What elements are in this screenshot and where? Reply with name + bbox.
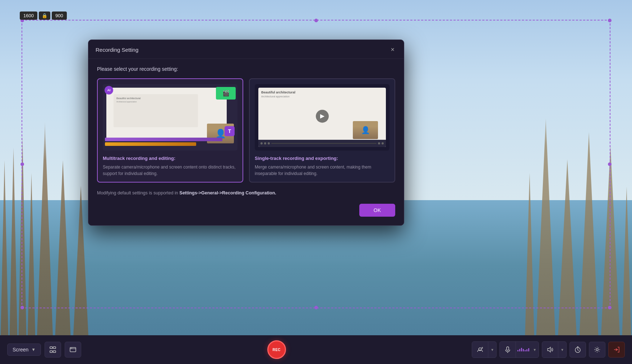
fullscreen-button[interactable] bbox=[45, 342, 61, 358]
modal-note: Modifying default settings is supported … bbox=[97, 190, 395, 197]
modal-header: Recording Setting × bbox=[88, 40, 404, 59]
progress-bar bbox=[271, 143, 377, 144]
mic-dropdown-arrow[interactable]: ▼ bbox=[531, 345, 539, 355]
svg-line-17 bbox=[578, 350, 579, 351]
svg-rect-2 bbox=[50, 351, 52, 353]
svg-rect-1 bbox=[53, 347, 56, 349]
toolbar-left: Screen ▼ bbox=[7, 342, 81, 358]
ai-badge: AI bbox=[105, 86, 113, 95]
modal-title: Recording Setting bbox=[96, 47, 138, 53]
merged-text-main: Beautiful architectural bbox=[261, 91, 383, 94]
mic-bar-3 bbox=[521, 348, 522, 351]
screen-label: Screen bbox=[13, 347, 28, 353]
handle-bottom-mid[interactable] bbox=[314, 306, 318, 309]
modal-footer: OK bbox=[97, 204, 395, 217]
ok-button[interactable]: OK bbox=[359, 204, 395, 217]
speaker-button[interactable] bbox=[542, 342, 558, 358]
merged-cam: 👤 bbox=[353, 121, 378, 139]
timer-button[interactable] bbox=[569, 342, 586, 358]
ctrl-dot-4 bbox=[378, 142, 380, 144]
screen-dropdown[interactable]: Screen ▼ bbox=[7, 344, 41, 356]
mic-bar-5 bbox=[525, 350, 526, 351]
svg-marker-14 bbox=[548, 347, 550, 352]
window-button[interactable] bbox=[65, 342, 81, 358]
handle-mid-right[interactable] bbox=[608, 162, 612, 166]
webcam-button[interactable] bbox=[472, 342, 488, 358]
multitrack-desc: Separate camera/microphone and screen co… bbox=[103, 164, 237, 177]
text-icon: T bbox=[225, 126, 235, 136]
svg-rect-3 bbox=[53, 351, 56, 353]
screen-content: Beautiful architectural Architectural ap… bbox=[114, 94, 198, 127]
height-value: 900 bbox=[52, 11, 67, 20]
speaker-group: ▼ bbox=[542, 341, 567, 358]
recording-options: Beautiful architectural Architectural ap… bbox=[97, 78, 395, 183]
svg-point-20 bbox=[596, 349, 598, 351]
singletrack-desc: Merge camera/microphone and screen conte… bbox=[255, 164, 389, 177]
webcam-group: ▼ bbox=[472, 341, 497, 358]
ctrl-dot-3 bbox=[268, 142, 270, 144]
preview-text-main: Beautiful architectural bbox=[116, 97, 195, 100]
toolbar-center: REC bbox=[267, 340, 286, 359]
singletrack-title: Single-track recording and exporting: bbox=[255, 156, 389, 161]
modal-body: Please select your recording setting: Be… bbox=[88, 59, 404, 225]
width-value: 1600 bbox=[20, 11, 37, 20]
close-button[interactable]: × bbox=[388, 46, 397, 54]
speaker-dropdown-arrow[interactable]: ▼ bbox=[558, 345, 566, 355]
mic-bar-6 bbox=[526, 349, 527, 351]
record-button[interactable]: REC bbox=[267, 340, 286, 359]
mic-bar-4 bbox=[523, 349, 524, 351]
multitrack-option[interactable]: Beautiful architectural Architectural ap… bbox=[97, 78, 243, 183]
merged-text-sub: Architectural appreciation bbox=[261, 95, 383, 98]
controls-bar bbox=[258, 140, 386, 147]
handle-bottom-left[interactable] bbox=[20, 306, 24, 309]
merged-screen: Beautiful architectural Architectural ap… bbox=[258, 88, 386, 147]
singletrack-preview: Beautiful architectural Architectural ap… bbox=[255, 84, 389, 151]
rec-label: REC bbox=[272, 348, 281, 352]
mic-bar-7 bbox=[528, 348, 529, 351]
exit-button[interactable] bbox=[608, 342, 625, 358]
floating-toolbar: 🎬 bbox=[216, 87, 236, 100]
modal-subtitle: Please select your recording setting: bbox=[97, 66, 395, 72]
track-1 bbox=[105, 138, 222, 141]
handle-bottom-right[interactable] bbox=[608, 306, 612, 309]
mic-bar-1 bbox=[517, 350, 518, 351]
track-2 bbox=[105, 142, 196, 146]
size-indicator: 1600 🔒 900 bbox=[20, 11, 67, 20]
singletrack-option[interactable]: Beautiful architectural Architectural ap… bbox=[249, 78, 395, 183]
dropdown-arrow-icon: ▼ bbox=[31, 347, 36, 352]
play-button: ▶ bbox=[316, 110, 329, 123]
multitrack-title: Multitrack recording and editing: bbox=[103, 156, 237, 161]
svg-rect-0 bbox=[50, 347, 52, 349]
preview-text-sub: Architectural appreciation bbox=[116, 101, 195, 103]
webcam-dropdown-arrow[interactable]: ▼ bbox=[488, 345, 496, 355]
handle-top-right[interactable] bbox=[608, 19, 612, 22]
handle-mid-left[interactable] bbox=[20, 162, 24, 166]
handle-top-mid[interactable] bbox=[314, 19, 318, 22]
mic-button[interactable] bbox=[500, 342, 516, 358]
svg-point-6 bbox=[71, 348, 71, 349]
mic-bar-2 bbox=[519, 349, 520, 351]
ctrl-dot-1 bbox=[260, 142, 263, 144]
multitrack-preview: Beautiful architectural Architectural ap… bbox=[103, 84, 237, 151]
ctrl-dot-5 bbox=[382, 142, 384, 144]
mic-level-indicator bbox=[516, 348, 531, 351]
mic-group: ▼ bbox=[499, 341, 539, 358]
svg-point-7 bbox=[71, 348, 72, 349]
svg-rect-12 bbox=[507, 347, 509, 350]
lock-icon: 🔒 bbox=[39, 11, 50, 20]
recording-setting-dialog: Recording Setting × Please select your r… bbox=[88, 40, 404, 226]
ctrl-dot-2 bbox=[264, 142, 266, 144]
toolbar-right: ▼ ▼ bbox=[472, 341, 625, 358]
bottom-toolbar: Screen ▼ REC bbox=[0, 335, 632, 364]
settings-button[interactable] bbox=[589, 342, 605, 358]
preview-tracks bbox=[103, 136, 237, 151]
